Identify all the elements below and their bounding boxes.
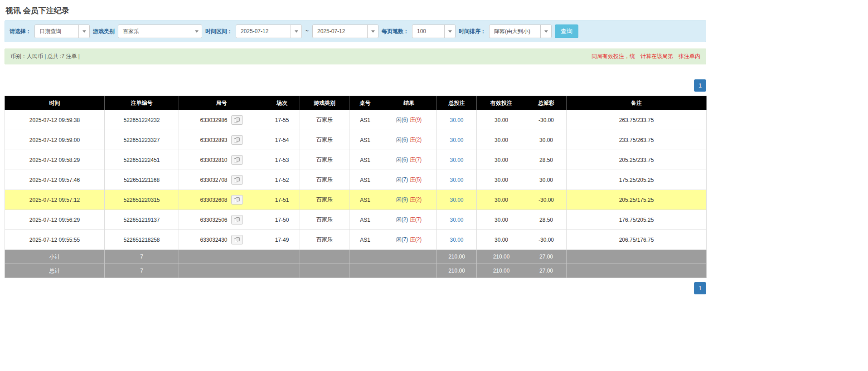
sort-select[interactable]: 降冪(由大到小) — [489, 24, 552, 38]
chevron-down-icon[interactable] — [367, 25, 378, 38]
date-from-select[interactable]: 2025-07-12 — [236, 24, 302, 38]
cell-time: 2025-07-12 09:56:29 — [5, 210, 105, 230]
cell-time: 2025-07-12 09:59:00 — [5, 130, 105, 150]
cell-payout: -30.00 — [526, 190, 567, 210]
query-type-select[interactable]: 日期查询 — [34, 24, 90, 38]
table-row: 2025-07-12 09:59:38 522651224232 6330329… — [5, 110, 707, 130]
cell-valid-bet: 30.00 — [477, 210, 526, 230]
total-bet-link[interactable]: 30.00 — [450, 137, 463, 143]
pagination-page-1[interactable]: 1 — [694, 282, 706, 294]
cell-remark: 176.75/205.25 — [567, 210, 707, 230]
subtotal-label: 小计 — [5, 250, 105, 264]
chevron-down-icon[interactable] — [191, 25, 202, 38]
table-row: 2025-07-12 09:55:55 522651218258 6330324… — [5, 230, 707, 250]
header-bet-id: 注单编号 — [105, 96, 179, 110]
cell-session: 17-53 — [264, 150, 300, 170]
subtotal-row: 小计 7 210.00 210.00 27.00 — [5, 250, 707, 264]
result-player: 闲(6) — [396, 117, 408, 123]
pagination-top: 1 — [5, 79, 706, 92]
cell-session: 17-54 — [264, 130, 300, 150]
cell-result: 闲(6) 庄(9) — [381, 110, 437, 130]
cell-session: 17-51 — [264, 190, 300, 210]
result-banker: 庄(7) — [410, 216, 422, 223]
cell-remark: 205.25/175.25 — [567, 190, 707, 210]
summary-bar: 币别：人民币 | 总共 :7 注单 | 同局有效投注，统一计算在该局第一张注单内 — [5, 49, 706, 64]
cell-payout: 28.50 — [526, 210, 567, 230]
header-payout: 总派彩 — [526, 96, 567, 110]
total-bet-link[interactable]: 30.00 — [450, 237, 463, 243]
result-player: 闲(9) — [396, 196, 408, 203]
chevron-down-icon[interactable] — [78, 25, 89, 38]
cell-total-bet: 30.00 — [437, 190, 477, 210]
query-type-value: 日期查询 — [35, 25, 78, 38]
header-round: 局号 — [179, 96, 264, 110]
cell-result: 闲(7) 庄(2) — [381, 230, 437, 250]
cell-game: 百家乐 — [300, 110, 349, 130]
cell-round: 633032430 — [179, 230, 264, 250]
date-to-select[interactable]: 2025-07-12 — [312, 24, 378, 38]
table-row: 2025-07-12 09:58:29 522651222451 6330328… — [5, 150, 707, 170]
total-bet-link[interactable]: 30.00 — [450, 217, 463, 223]
cell-time: 2025-07-12 09:59:38 — [5, 110, 105, 130]
chevron-down-icon[interactable] — [291, 25, 301, 38]
header-valid-bet: 有效投注 — [477, 96, 526, 110]
grand-total-total-bet: 210.00 — [437, 264, 477, 278]
page-size-value: 100 — [412, 25, 444, 38]
chevron-down-icon[interactable] — [444, 25, 455, 38]
cell-payout: 28.50 — [526, 150, 567, 170]
cell-bet-id: 522651218258 — [105, 230, 179, 250]
date-range-tilde: ~ — [305, 28, 309, 34]
grand-total-label: 总计 — [5, 264, 105, 278]
cell-remark: 233.75/263.75 — [567, 130, 707, 150]
game-type-value: 百家乐 — [118, 25, 191, 38]
header-game-type: 游戏类别 — [300, 96, 349, 110]
table-row: 2025-07-12 09:59:00 522651223327 6330328… — [5, 130, 707, 150]
result-banker: 庄(7) — [410, 156, 422, 163]
view-cards-icon[interactable] — [231, 175, 243, 185]
sort-value: 降冪(由大到小) — [490, 25, 540, 38]
cell-time: 2025-07-12 09:57:46 — [5, 170, 105, 190]
cell-result: 闲(2) 庄(7) — [381, 210, 437, 230]
search-button[interactable]: 查询 — [555, 24, 578, 38]
summary-note: 同局有效投注，统一计算在该局第一张注单内 — [592, 53, 700, 60]
cell-result: 闲(7) 庄(5) — [381, 170, 437, 190]
page-size-select[interactable]: 100 — [412, 24, 456, 38]
grand-total-payout: 27.00 — [526, 264, 567, 278]
filter-bar: 请选择： 日期查询 游戏类别 百家乐 时间区间： 2025-07-12 ~ 20… — [5, 20, 706, 42]
cell-result: 闲(6) 庄(7) — [381, 150, 437, 170]
game-type-select[interactable]: 百家乐 — [118, 24, 202, 38]
date-from-value: 2025-07-12 — [236, 25, 291, 38]
result-player: 闲(7) — [396, 236, 408, 243]
cell-payout: -30.00 — [526, 110, 567, 130]
total-bet-link[interactable]: 30.00 — [450, 117, 463, 123]
view-cards-icon[interactable] — [231, 135, 243, 145]
cell-table-no: AS1 — [349, 110, 381, 130]
cell-result: 闲(6) 庄(2) — [381, 130, 437, 150]
cell-table-no: AS1 — [349, 210, 381, 230]
view-cards-icon[interactable] — [231, 235, 243, 244]
round-number: 633032810 — [200, 157, 227, 163]
chevron-down-icon[interactable] — [540, 25, 551, 38]
cell-table-no: AS1 — [349, 170, 381, 190]
view-cards-icon[interactable] — [231, 115, 243, 125]
cell-payout: -30.00 — [526, 230, 567, 250]
subtotal-total-bet: 210.00 — [437, 250, 477, 264]
total-bet-link[interactable]: 30.00 — [450, 177, 463, 183]
cell-payout: 30.00 — [526, 130, 567, 150]
view-cards-icon[interactable] — [231, 195, 243, 205]
sort-label: 时间排序： — [459, 28, 486, 35]
cell-total-bet: 30.00 — [437, 110, 477, 130]
total-bet-link[interactable]: 30.00 — [450, 197, 463, 203]
cell-bet-id: 522651219137 — [105, 210, 179, 230]
view-cards-icon[interactable] — [231, 215, 243, 225]
view-cards-icon[interactable] — [231, 155, 243, 165]
cell-game: 百家乐 — [300, 210, 349, 230]
result-banker: 庄(2) — [410, 196, 422, 203]
cell-time: 2025-07-12 09:55:55 — [5, 230, 105, 250]
cell-game: 百家乐 — [300, 170, 349, 190]
pagination-bottom: 1 — [5, 282, 706, 294]
pagination-page-1[interactable]: 1 — [694, 79, 706, 92]
total-bet-link[interactable]: 30.00 — [450, 157, 463, 163]
cell-result: 闲(9) 庄(2) — [381, 190, 437, 210]
cell-round: 633032810 — [179, 150, 264, 170]
